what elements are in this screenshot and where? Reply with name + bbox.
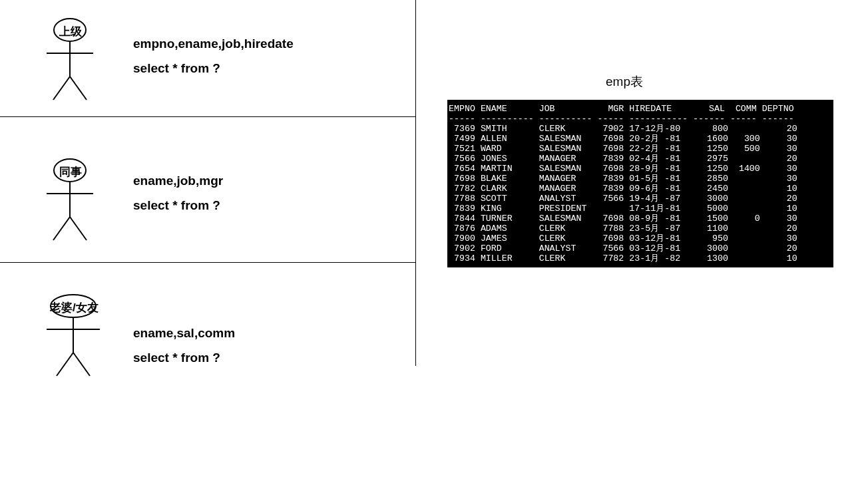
left-panel: 上级 empno,ename,job,hiredate select * fro… xyxy=(0,0,416,479)
query-text-1: select * from ? xyxy=(133,61,220,76)
columns-text-3: ename,sal,comm xyxy=(133,326,235,341)
columns-text-2: ename,job,mgr xyxy=(133,174,223,188)
section-wife-gf: 老婆/女友 ename,sal,comm select * from ? xyxy=(0,263,416,396)
svg-line-8 xyxy=(53,217,70,240)
svg-line-4 xyxy=(70,77,87,100)
emp-table-title: emp表 xyxy=(606,73,643,90)
stick-figure-wife-gf: 老婆/女友 xyxy=(37,293,116,382)
svg-line-9 xyxy=(70,217,87,240)
svg-line-14 xyxy=(73,353,90,376)
section-colleague: 同事 ename,job,mgr select * from ? xyxy=(0,117,416,262)
figure-label-superior: 上级 xyxy=(59,24,82,39)
query-text-2: select * from ? xyxy=(133,198,220,213)
stick-figure-superior: 上级 xyxy=(40,17,107,106)
svg-line-13 xyxy=(57,353,73,376)
figure-label-wife-gf: 老婆/女友 xyxy=(50,300,99,315)
svg-line-3 xyxy=(53,77,70,100)
section-superior: 上级 empno,ename,job,hiredate select * fro… xyxy=(0,0,416,116)
query-text-3: select * from ? xyxy=(133,351,220,365)
figure-label-colleague: 同事 xyxy=(59,164,82,180)
stick-figure-colleague: 同事 xyxy=(40,157,107,246)
vertical-divider xyxy=(415,0,416,366)
columns-text-1: empno,ename,job,hiredate xyxy=(133,37,294,51)
emp-table-terminal: EMPNO ENAME JOB MGR HIREDATE SAL COMM DE… xyxy=(447,100,833,267)
